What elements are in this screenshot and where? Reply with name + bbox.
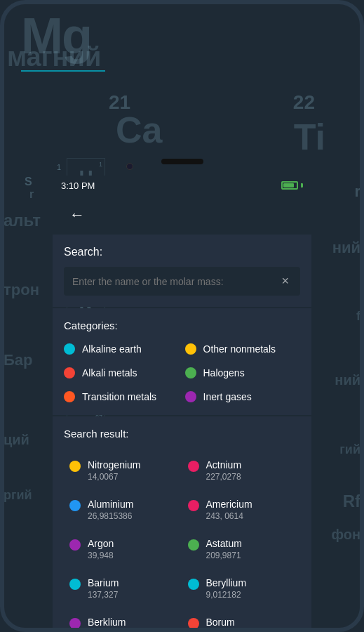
category-other-nonmetals[interactable]: Other nonmetals [185,343,301,355]
top-bar: ← [53,195,311,235]
argon-name: Argon [88,538,114,549]
bg-symbol-ti: Ti [294,116,325,154]
bg-right-r: r [354,183,360,201]
phone-camera [126,163,133,170]
search-overlay: ← Search: × Categories: Alkaline earth O… [53,195,311,632]
bg-name-magny: магний [7,42,101,72]
actnium-info: Actnium 227,0278 [206,459,242,482]
bg-left-r: r [29,188,34,201]
alkali-metals-label: Alkali metals [82,367,137,379]
bg-symbol-ca: Ca [116,109,162,151]
bg-right-фон: фон [331,527,360,543]
categories-title: Categories: [64,320,300,331]
result-astatum[interactable]: Astatum 209,9871 [182,529,301,569]
result-aluminium[interactable]: Aluminium 26,9815386 [64,490,182,529]
nitrogenium-info: Nitrogenium 14,0067 [88,459,140,482]
inert-gases-label: Inert gases [203,390,252,403]
bg-right-rf: Rf [343,492,360,511]
bg-num-22: 22 [293,91,315,114]
bg-left-cyrillic4: ций [4,432,29,448]
borum-mass: 10,811 [206,629,235,632]
result-berklium[interactable]: Berklium 247,0... [64,608,182,632]
americium-dot [188,500,199,511]
berklium-mass: 247,0... [88,629,126,632]
result-argon[interactable]: Argon 39,948 [64,529,182,569]
aluminium-info: Aluminium 26,9815386 [88,499,133,521]
category-transition-metals[interactable]: Transition metals [64,390,180,403]
bg-right-ний2: ний [335,372,360,388]
bg-left-cyrillic1: альт [4,211,41,230]
battery-body [281,181,298,190]
bg-right-гий: гий [339,442,360,457]
result-americium[interactable]: Americium 243, 0614 [182,490,301,529]
result-actnium[interactable]: Actnium 227,0278 [182,451,301,490]
berklium-name: Berklium [88,617,126,628]
beryllium-mass: 9,012182 [206,590,247,600]
borum-dot [188,618,199,629]
barium-info: Barium 137,327 [88,577,119,600]
americium-mass: 243, 0614 [206,511,252,521]
result-nitrogenium[interactable]: Nitrogenium 14,0067 [64,451,182,490]
borum-name: Borum [206,617,235,628]
status-bar: 3:10 PM [53,176,311,195]
aluminium-name: Aluminium [88,499,133,510]
halogens-label: Halogens [203,367,245,379]
beryllium-dot [188,579,199,590]
aluminium-mass: 26,9815386 [88,511,133,521]
nitrogenium-mass: 14,0067 [88,472,140,482]
search-input-row: × [64,267,300,296]
result-borum[interactable]: Borum 10,811 [182,608,301,632]
search-input[interactable] [72,276,278,287]
argon-dot [69,539,81,551]
berklium-dot [69,618,81,629]
phone-speaker [161,159,203,164]
category-alkaline-earth[interactable]: Alkaline earth [64,343,180,355]
alkali-metals-dot [64,367,75,378]
astatum-dot [188,539,199,551]
actnium-dot [188,461,199,472]
clear-button[interactable]: × [278,274,292,289]
astatum-name: Astatum [206,538,242,549]
actnium-name: Actnium [206,459,242,470]
astatum-info: Astatum 209,9871 [206,538,242,560]
teal-line-top [21,70,105,72]
bg-left-cyrillic5: ргий [4,488,32,503]
back-button[interactable]: ← [64,202,90,228]
status-time: 3:10 PM [61,180,95,191]
transition-metals-label: Transition metals [82,390,156,403]
search-label: Search: [64,246,300,258]
result-barium[interactable]: Barium 137,327 [64,569,182,608]
result-beryllium[interactable]: Beryllium 9,012182 [182,569,301,608]
bg-left-cyrillic2: трон [4,281,39,299]
bg-left-cyrillic3: Бар [4,351,33,369]
categories-grid: Alkaline earth Other nonmetals Alkali me… [64,343,300,404]
actnium-mass: 227,0278 [206,472,242,482]
other-nonmetals-dot [185,343,196,355]
category-halogens[interactable]: Halogens [185,367,301,379]
argon-info: Argon 39,948 [88,538,114,560]
borum-info: Borum 10,811 [206,617,235,632]
halogens-dot [185,367,196,378]
results-title: Search result: [64,428,300,440]
beryllium-name: Beryllium [206,577,247,588]
bg-right-f: f [356,309,360,324]
other-nonmetals-label: Other nonmetals [203,343,276,355]
battery-tip [301,183,303,187]
bg-right-ний1: ний [332,239,360,257]
categories-section: Categories: Alkaline earth Other nonmeta… [53,308,311,415]
inert-gases-dot [185,391,196,402]
results-grid: Nitrogenium 14,0067 Actnium 227,0278 Alu… [64,451,300,632]
americium-info: Americium 243, 0614 [206,499,252,521]
category-alkali-metals[interactable]: Alkali metals [64,367,180,379]
battery-fill [283,183,294,187]
alkaline-earth-label: Alkaline earth [82,343,142,355]
aluminium-dot [69,500,81,511]
argon-mass: 39,948 [88,551,114,560]
barium-mass: 137,327 [88,590,119,600]
search-panel: Search: × [53,235,311,307]
barium-dot [69,579,81,590]
nitrogenium-dot [69,461,81,472]
row-num-1: 1 [57,163,61,171]
transition-metals-dot [64,391,75,402]
category-inert-gases[interactable]: Inert gases [185,390,301,403]
